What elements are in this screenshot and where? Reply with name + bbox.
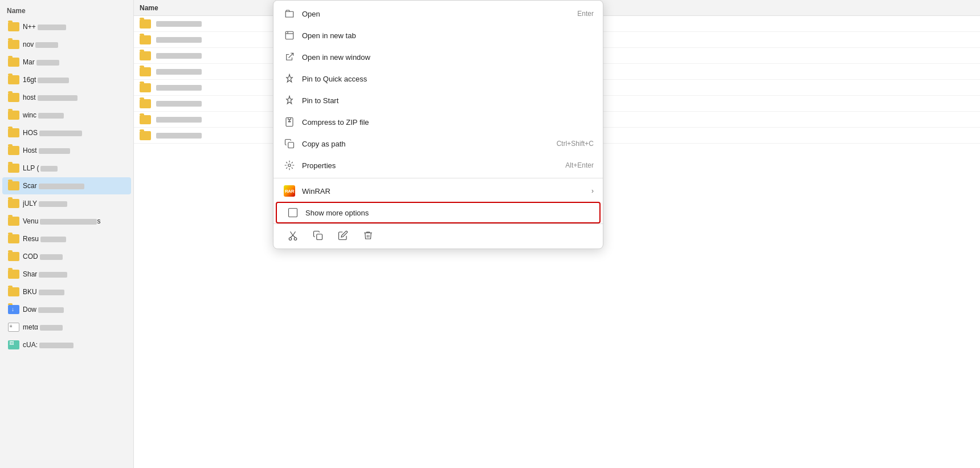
folder-icon — [8, 40, 19, 49]
svg-rect-2 — [288, 143, 294, 148]
menu-label: Compress to ZIP file — [302, 118, 594, 127]
toolbar-btn-cut[interactable] — [283, 226, 303, 245]
folder-icon — [140, 35, 151, 44]
zip-icon — [283, 115, 296, 129]
item-label: Dow — [23, 306, 64, 314]
menu-shortcut: Alt+Enter — [565, 161, 594, 169]
blurred-name — [156, 85, 202, 91]
item-label: Shar — [23, 270, 67, 278]
blurred-name — [156, 69, 202, 75]
menu-label: Open — [302, 10, 566, 18]
menu-item-copy-path[interactable]: Copy as path Ctrl+Shift+C — [273, 133, 603, 154]
menu-label: Open in new tab — [302, 31, 594, 40]
sidebar-header: Name — [0, 5, 133, 17]
item-label: LLP ( — [23, 164, 58, 172]
blurred-text — [39, 131, 82, 136]
blurred-text — [40, 166, 58, 172]
item-label: jULY — [23, 200, 67, 207]
menu-label: WinRAR — [302, 187, 586, 196]
folder-icon — [8, 58, 19, 67]
blurred-text — [39, 201, 67, 207]
blurred-text — [40, 325, 63, 331]
sidebar-item-3[interactable]: 16gt — [2, 71, 131, 88]
folder-icon — [140, 99, 151, 108]
item-label: Scar — [23, 182, 84, 190]
toolbar-btn-rename[interactable] — [333, 226, 353, 245]
blurred-text — [39, 148, 70, 154]
sidebar-item-5[interactable]: winc — [2, 107, 131, 124]
menu-item-open[interactable]: Open Enter — [273, 3, 603, 25]
sidebar-item-9[interactable]: Scar — [2, 177, 131, 194]
menu-item-show-more[interactable]: Show more options — [276, 202, 601, 223]
open-icon — [283, 7, 296, 21]
folder-icon — [8, 128, 19, 137]
menu-label: Pin to Start — [302, 96, 594, 105]
sidebar-item-8[interactable]: LLP ( — [2, 160, 131, 177]
svg-point-5 — [289, 237, 292, 240]
sidebar: Name N++novMar16gthostwincHOSHostLLP (Sc… — [0, 0, 134, 468]
sidebar-item-17[interactable]: ≡ metα — [2, 319, 131, 336]
blurred-text — [38, 307, 64, 313]
folder-icon — [140, 131, 151, 140]
folder-icon — [8, 270, 19, 279]
copy-path-icon — [283, 137, 296, 150]
folder-icon — [8, 181, 19, 190]
download-icon: ↓ — [8, 305, 19, 314]
folder-icon — [8, 199, 19, 208]
folder-icon — [8, 287, 19, 296]
pin-icon — [283, 72, 296, 86]
svg-point-6 — [294, 237, 297, 240]
blurred-name — [156, 101, 202, 107]
item-label: host — [23, 93, 77, 101]
sidebar-item-12[interactable]: Resu — [2, 230, 131, 247]
item-label: Host — [23, 146, 70, 154]
menu-item-pin-start[interactable]: Pin to Start — [273, 89, 603, 111]
sidebar-item-15[interactable]: BKU — [2, 283, 131, 300]
menu-item-list: Open Enter Open in new tab Open in new w… — [273, 3, 603, 223]
blurred-text — [39, 343, 74, 348]
sidebar-item-6[interactable]: HOS — [2, 124, 131, 141]
sidebar-item-2[interactable]: Mar — [2, 54, 131, 71]
sidebar-item-13[interactable]: COD — [2, 248, 131, 265]
menu-item-open-new-tab[interactable]: Open in new tab — [273, 25, 603, 46]
blurred-text — [38, 95, 77, 101]
menu-label: Show more options — [305, 209, 590, 217]
sidebar-item-18[interactable]: 🖼 cUA: — [2, 336, 131, 353]
menu-item-compress-zip[interactable]: Compress to ZIP file — [273, 111, 603, 133]
sidebar-item-16[interactable]: ↓ Dow — [2, 301, 131, 318]
sidebar-item-1[interactable]: nov — [2, 36, 131, 53]
blurred-text — [38, 78, 69, 83]
folder-icon — [8, 111, 19, 120]
menu-divider — [273, 178, 603, 178]
sidebar-item-7[interactable]: Host — [2, 142, 131, 159]
item-label: cUA: — [23, 341, 74, 349]
new-window-icon — [283, 50, 296, 64]
menu-item-open-new-window[interactable]: Open in new window — [273, 46, 603, 68]
menu-item-properties[interactable]: Properties Alt+Enter — [273, 154, 603, 176]
folder-icon — [8, 252, 19, 261]
menu-item-pin-quick-access[interactable]: Pin to Quick access — [273, 68, 603, 89]
sidebar-item-14[interactable]: Shar — [2, 266, 131, 283]
item-label: COD — [23, 253, 63, 261]
submenu-arrow: › — [591, 187, 594, 195]
blurred-text — [40, 219, 97, 225]
toolbar-btn-copy[interactable] — [308, 226, 328, 245]
sidebar-item-4[interactable]: host — [2, 89, 131, 106]
text-icon: ≡ — [8, 323, 19, 332]
sidebar-item-0[interactable]: N++ — [2, 18, 131, 35]
item-label: Resu — [23, 235, 66, 243]
folder-icon — [140, 115, 151, 124]
menu-shortcut: Ctrl+Shift+C — [557, 140, 594, 148]
sidebar-item-list: N++novMar16gthostwincHOSHostLLP (ScarjUL… — [0, 18, 133, 353]
item-label: Mar — [23, 58, 59, 66]
toolbar-btn-delete[interactable] — [358, 226, 378, 245]
menu-label: Properties — [302, 161, 554, 170]
blurred-name — [156, 117, 202, 123]
folder-icon — [8, 93, 19, 102]
folder-icon — [8, 146, 19, 155]
sidebar-item-11[interactable]: Venus — [2, 213, 131, 230]
sidebar-item-10[interactable]: jULY — [2, 195, 131, 212]
blurred-name — [156, 21, 202, 27]
menu-item-winrar[interactable]: RAR WinRAR › — [273, 180, 603, 202]
blurred-name — [156, 53, 202, 59]
